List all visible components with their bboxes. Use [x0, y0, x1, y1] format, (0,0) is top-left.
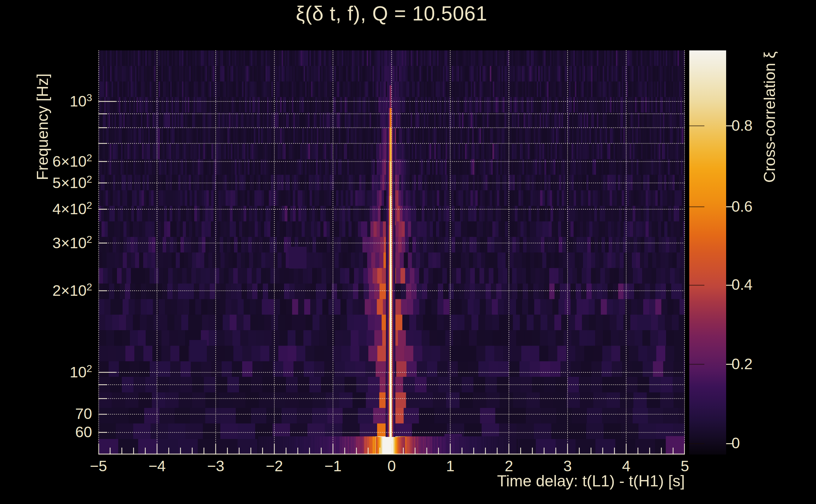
heatmap-canvas: [98, 50, 685, 455]
y-tick-label: 3×102: [52, 234, 92, 252]
x-tick-label: −2: [266, 457, 283, 475]
x-tick-label: −4: [148, 457, 166, 475]
colorbar-tick-mark: [689, 443, 704, 444]
x-axis-title: Time delay: t(L1) - t(H1) [s]: [395, 472, 685, 490]
colorbar-tick-label: 0.6: [732, 198, 753, 215]
y-tick-label: 70: [75, 405, 92, 422]
y-tick-label: 2×102: [52, 281, 92, 299]
y-axis-title: Frequency [Hz]: [33, 49, 51, 180]
x-tick-label: −5: [90, 457, 107, 475]
colorbar-tick-label: 0.4: [732, 276, 753, 294]
colorbar-tick-label: 0.8: [732, 117, 753, 134]
x-tick-label: −3: [207, 457, 225, 475]
colorbar-strip: [689, 50, 726, 455]
y-tick-label: 102: [70, 363, 92, 381]
colorbar-tick-mark: [689, 206, 704, 207]
colorbar-tick-mark: [689, 364, 704, 365]
colorbar-tick-label: 0: [732, 435, 740, 452]
colorbar-tick-mark: [689, 125, 704, 126]
colorbar-tick-mark: [689, 285, 704, 286]
plot-title: ξ(δ t, f), Q = 10.5061: [98, 2, 685, 25]
colorbar-tick-label: 0.2: [732, 355, 753, 373]
colorbar-title: Cross-correlation ξ: [761, 28, 778, 183]
y-tick-label: 103: [70, 92, 92, 110]
qscan-figure: ξ(δ t, f), Q = 10.5061 Frequency [Hz] 10…: [0, 0, 816, 504]
y-tick-label: 4×102: [52, 200, 92, 218]
y-tick-label: 6×102: [52, 152, 92, 170]
x-tick-label: −1: [325, 457, 342, 475]
y-tick-label: 5×102: [52, 174, 92, 192]
y-tick-label: 60: [75, 423, 92, 441]
